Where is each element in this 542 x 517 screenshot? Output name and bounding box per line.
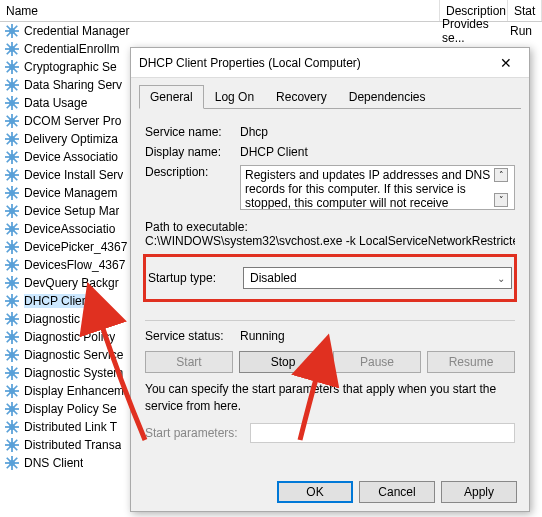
service-name: Data Sharing Serv xyxy=(24,78,122,92)
dialog-title: DHCP Client Properties (Local Computer) xyxy=(139,56,491,70)
gear-icon xyxy=(4,203,20,219)
label-startup-type: Startup type: xyxy=(148,271,243,285)
close-icon[interactable]: ✕ xyxy=(491,55,521,71)
stop-button[interactable]: Stop xyxy=(239,351,327,373)
service-name: Delivery Optimiza xyxy=(24,132,118,146)
service-name: DevicesFlow_4367 xyxy=(24,258,125,272)
tab-dependencies[interactable]: Dependencies xyxy=(338,85,437,109)
hint-text: You can specify the start parameters tha… xyxy=(145,381,515,415)
gear-icon xyxy=(4,311,20,327)
service-name: DeviceAssociatio xyxy=(24,222,115,236)
service-name: Display Policy Se xyxy=(24,402,117,416)
gear-icon xyxy=(4,347,20,363)
cancel-button[interactable]: Cancel xyxy=(359,481,435,503)
label-service-name: Service name: xyxy=(145,125,240,139)
gear-icon xyxy=(4,113,20,129)
service-desc: Provides se... xyxy=(442,17,510,45)
gear-icon xyxy=(4,23,20,39)
gear-icon xyxy=(4,41,20,57)
label-start-params: Start parameters: xyxy=(145,426,250,440)
service-name: DNS Client xyxy=(24,456,83,470)
dialog-buttons: OK Cancel Apply xyxy=(131,473,529,511)
resume-button: Resume xyxy=(427,351,515,373)
service-name: Device Install Serv xyxy=(24,168,123,182)
gear-icon xyxy=(4,365,20,381)
service-name: Display Enhancem xyxy=(24,384,124,398)
gear-icon xyxy=(4,293,20,309)
chevron-down-icon: ⌄ xyxy=(497,273,505,284)
scrollbar[interactable]: ˄ ˅ xyxy=(494,168,510,207)
value-description: Registers and updates IP addresses and D… xyxy=(245,168,494,207)
service-name: Diagnostic Policy xyxy=(24,330,115,344)
highlight-startup-type: Startup type: Disabled ⌄ xyxy=(143,254,517,302)
service-name: Data Usage xyxy=(24,96,87,110)
gear-icon xyxy=(4,257,20,273)
tabs: General Log On Recovery Dependencies xyxy=(139,84,521,109)
general-pane: Service name: Dhcp Display name: DHCP Cl… xyxy=(131,109,529,473)
service-name: Device Managem xyxy=(24,186,117,200)
col-status[interactable]: Stat xyxy=(508,0,542,21)
gear-icon xyxy=(4,239,20,255)
value-service-status: Running xyxy=(240,329,285,343)
label-description: Description: xyxy=(145,165,240,179)
gear-icon xyxy=(4,401,20,417)
gear-icon xyxy=(4,329,20,345)
titlebar[interactable]: DHCP Client Properties (Local Computer) … xyxy=(131,48,529,78)
pause-button: Pause xyxy=(333,351,421,373)
gear-icon xyxy=(4,185,20,201)
gear-icon xyxy=(4,149,20,165)
gear-icon xyxy=(4,383,20,399)
service-stat: Run xyxy=(510,24,532,38)
startup-type-value: Disabled xyxy=(250,271,297,285)
properties-dialog: DHCP Client Properties (Local Computer) … xyxy=(130,47,530,512)
gear-icon xyxy=(4,131,20,147)
gear-icon xyxy=(4,77,20,93)
col-name[interactable]: Name xyxy=(0,0,440,21)
label-display-name: Display name: xyxy=(145,145,240,159)
divider xyxy=(145,320,515,321)
service-name: Device Associatio xyxy=(24,150,118,164)
service-name: Distributed Link T xyxy=(24,420,117,434)
value-service-name: Dhcp xyxy=(240,125,515,139)
gear-icon xyxy=(4,167,20,183)
tab-general[interactable]: General xyxy=(139,85,204,109)
tab-recovery[interactable]: Recovery xyxy=(265,85,338,109)
label-path: Path to executable: xyxy=(145,220,515,234)
service-name: Diagnostic Execut xyxy=(24,312,120,326)
start-params-input xyxy=(250,423,515,443)
list-item[interactable]: Credential Manager Provides se... Run xyxy=(0,22,542,40)
service-name: Diagnostic System xyxy=(24,366,123,380)
tab-logon[interactable]: Log On xyxy=(204,85,265,109)
apply-button[interactable]: Apply xyxy=(441,481,517,503)
gear-icon xyxy=(4,455,20,471)
control-buttons: Start Stop Pause Resume xyxy=(145,351,515,373)
service-name: DHCP Client xyxy=(24,294,92,308)
gear-icon xyxy=(4,419,20,435)
gear-icon xyxy=(4,437,20,453)
service-name: Credential Manager xyxy=(24,24,442,38)
gear-icon xyxy=(4,275,20,291)
startup-type-select[interactable]: Disabled ⌄ xyxy=(243,267,512,289)
service-name: Diagnostic Service xyxy=(24,348,123,362)
service-name: Cryptographic Se xyxy=(24,60,117,74)
gear-icon xyxy=(4,95,20,111)
value-path: C:\WINDOWS\system32\svchost.exe -k Local… xyxy=(145,234,515,248)
start-button: Start xyxy=(145,351,233,373)
service-name: DCOM Server Pro xyxy=(24,114,121,128)
service-name: Device Setup Mar xyxy=(24,204,119,218)
service-name: Distributed Transa xyxy=(24,438,121,452)
label-service-status: Service status: xyxy=(145,329,240,343)
description-box: Registers and updates IP addresses and D… xyxy=(240,165,515,210)
scroll-up-icon[interactable]: ˄ xyxy=(494,168,508,182)
scroll-down-icon[interactable]: ˅ xyxy=(494,193,508,207)
service-name: CredentialEnrollm xyxy=(24,42,119,56)
value-display-name: DHCP Client xyxy=(240,145,515,159)
gear-icon xyxy=(4,221,20,237)
ok-button[interactable]: OK xyxy=(277,481,353,503)
service-name: DevQuery Backgr xyxy=(24,276,119,290)
service-name: DevicePicker_4367 xyxy=(24,240,127,254)
gear-icon xyxy=(4,59,20,75)
